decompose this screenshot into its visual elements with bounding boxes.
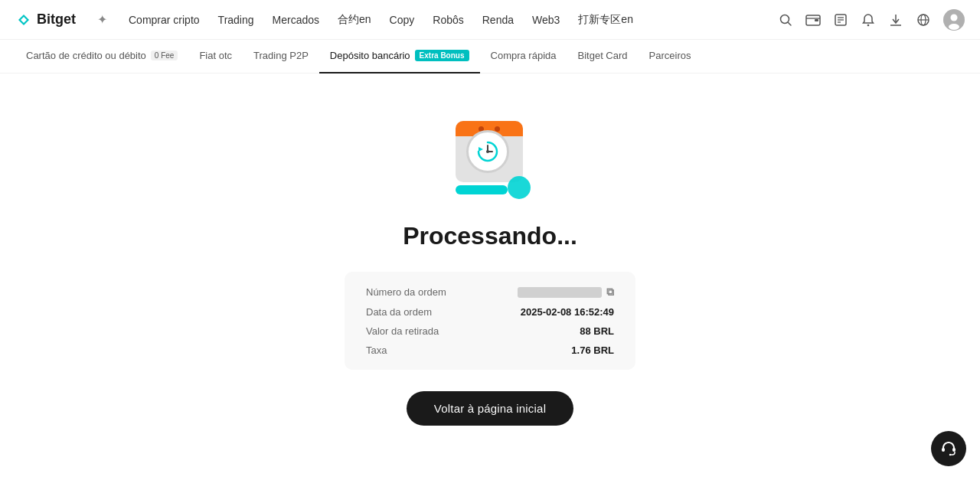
headset-icon: [940, 440, 957, 457]
sub-nav-parceiros-label: Parceiros: [649, 50, 691, 61]
order-date-value: 2025-02-08 16:52:49: [521, 306, 614, 318]
nav-item-trading[interactable]: Trading: [218, 14, 254, 26]
svg-marker-18: [479, 147, 483, 152]
withdrawal-label: Valor da retirada: [366, 325, 439, 337]
main-content: Processando... Número da ordem ⧉ Data da…: [0, 73, 980, 456]
sub-nav-deposito[interactable]: Depósito bancário Extra Bonus: [319, 40, 480, 73]
processing-illustration: [440, 104, 540, 204]
sub-nav-fiat[interactable]: Fiat otc: [188, 40, 243, 73]
nav-item-mercados[interactable]: Mercados: [273, 14, 319, 26]
wallet-icon[interactable]: [805, 12, 821, 28]
logo[interactable]: Bitget: [15, 11, 76, 28]
withdrawal-row: Valor da retirada 88 BRL: [366, 325, 614, 337]
order-date-row: Data da ordem 2025-02-08 16:52:49: [366, 306, 614, 318]
cal-dot-right: [495, 126, 500, 132]
order-number-value: ⧉: [518, 286, 614, 299]
support-bubble[interactable]: [931, 431, 966, 466]
search-icon[interactable]: [778, 12, 793, 28]
download-icon[interactable]: [888, 12, 903, 28]
order-number-row: Número da ordem ⧉: [366, 286, 614, 299]
sub-nav-p2p[interactable]: Trading P2P: [243, 40, 319, 73]
svg-rect-22: [942, 448, 945, 452]
svg-point-9: [867, 24, 870, 26]
fee-value: 1.76 BRL: [571, 344, 614, 356]
sub-nav-compra-rapida[interactable]: Compra rápida: [480, 40, 567, 73]
sub-nav-compra-rapida-label: Compra rápida: [491, 50, 557, 61]
teal-accent-circle: [508, 176, 531, 199]
nav-item-robos[interactable]: Robôs: [433, 14, 463, 26]
sub-nav-p2p-label: Trading P2P: [253, 50, 309, 61]
logo-text: Bitget: [37, 11, 76, 28]
sub-nav-bitget-card-label: Bitget Card: [578, 50, 628, 61]
nav-item-dakaiquan[interactable]: 打新专区en: [578, 13, 633, 27]
svg-point-24: [949, 454, 951, 456]
sub-nav: Cartão de crédito ou débito 0 Fee Fiat o…: [0, 40, 980, 73]
teal-bar: [456, 185, 508, 194]
svg-point-16: [951, 14, 958, 21]
sub-nav-bitget-card[interactable]: Bitget Card: [567, 40, 639, 73]
info-card: Número da ordem ⧉ Data da ordem 2025-02-…: [345, 272, 635, 370]
nav-item-copy[interactable]: Copy: [390, 14, 415, 26]
svg-line-1: [789, 22, 792, 25]
svg-point-17: [949, 24, 959, 30]
svg-point-0: [781, 15, 789, 23]
orders-icon[interactable]: [833, 12, 848, 28]
home-button[interactable]: Voltar à página inicial: [407, 391, 573, 426]
sub-nav-parceiros[interactable]: Parceiros: [639, 40, 702, 73]
clock-svg: [474, 138, 501, 165]
globe-icon[interactable]: [916, 12, 931, 28]
logo-plus-icon: ✦: [97, 12, 107, 27]
svg-rect-23: [952, 448, 956, 452]
top-nav: Bitget ✦ Comprar cripto Trading Mercados…: [0, 0, 980, 40]
svg-point-21: [486, 150, 489, 153]
fee-badge: 0 Fee: [151, 51, 178, 60]
nav-right: [778, 9, 965, 31]
fee-label: Taxa: [366, 344, 387, 356]
bell-icon[interactable]: [861, 12, 876, 28]
nav-items: Comprar cripto Trading Mercados 合约en Cop…: [129, 13, 756, 27]
svg-rect-3: [815, 19, 818, 21]
processing-title: Processando...: [403, 222, 577, 250]
withdrawal-value: 88 BRL: [580, 325, 614, 337]
sub-nav-fiat-label: Fiat otc: [199, 50, 232, 61]
sub-nav-cartao-label: Cartão de crédito ou débito: [26, 50, 146, 61]
order-number-blurred: [518, 287, 602, 298]
avatar[interactable]: [943, 9, 965, 31]
nav-item-renda[interactable]: Renda: [482, 14, 514, 26]
sub-nav-cartao[interactable]: Cartão de crédito ou débito 0 Fee: [15, 40, 188, 73]
nav-item-heyue-en[interactable]: 合约en: [338, 13, 371, 27]
clock-face: [466, 130, 509, 173]
fee-row: Taxa 1.76 BRL: [366, 344, 614, 356]
order-number-label: Número da ordem: [366, 286, 446, 298]
nav-item-web3[interactable]: Web3: [532, 14, 560, 26]
order-date-label: Data da ordem: [366, 306, 432, 318]
sub-nav-deposito-label: Depósito bancário: [330, 50, 410, 61]
nav-item-comprar-cripto[interactable]: Comprar cripto: [129, 14, 200, 26]
bonus-badge: Extra Bonus: [415, 50, 469, 61]
copy-icon[interactable]: ⧉: [606, 286, 614, 299]
